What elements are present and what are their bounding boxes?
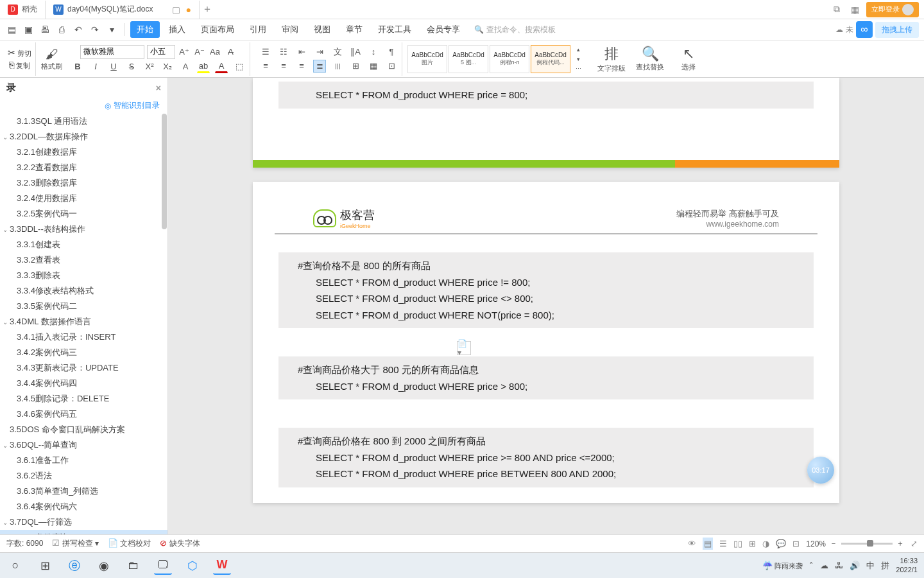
grow-font-icon[interactable]: A⁺ bbox=[178, 46, 191, 58]
align-justify-icon[interactable]: ≣ bbox=[313, 60, 326, 73]
toc-item[interactable]: ⌄3.7DQL—行筛选 bbox=[0, 514, 167, 530]
numbering-icon[interactable]: ☷ bbox=[277, 46, 290, 58]
redo-icon[interactable]: ↷ bbox=[89, 23, 101, 36]
tab-add-button[interactable]: ＋ bbox=[200, 3, 215, 16]
app-icon[interactable]: ⬡ bbox=[184, 557, 201, 575]
align-center-icon[interactable]: ≡ bbox=[277, 60, 290, 73]
tab-daoke[interactable]: D 稻壳 bbox=[0, 1, 46, 19]
new-icon[interactable]: ▤ bbox=[5, 23, 18, 36]
font-name-input[interactable] bbox=[80, 45, 144, 59]
select-button[interactable]: ↖ 选择 bbox=[672, 46, 705, 72]
print-icon[interactable]: 🖶 bbox=[38, 23, 51, 36]
toc-item[interactable]: 3.1.3SQL 通用语法 bbox=[0, 114, 167, 129]
find-replace-button[interactable]: 🔍 查找替换 bbox=[633, 46, 667, 72]
explorer-icon[interactable]: 🗀 bbox=[124, 557, 142, 575]
toc-item[interactable]: 3.4.5删除记录：DELETE bbox=[0, 391, 167, 407]
missing-font-button[interactable]: ⊘ 缺失字体 bbox=[160, 538, 200, 549]
page-view-icon[interactable]: ▤ bbox=[703, 538, 713, 550]
zoom-value[interactable]: 120% bbox=[806, 539, 826, 548]
toc-item[interactable]: 3.4.3更新表记录：UPDATE bbox=[0, 360, 167, 376]
command-search[interactable]: 🔍 查找命令、搜索模板 bbox=[474, 24, 556, 35]
undo-icon[interactable]: ↶ bbox=[72, 23, 85, 36]
indent-inc-icon[interactable]: ⇥ bbox=[313, 46, 326, 58]
char-border-icon[interactable]: ⬚ bbox=[233, 60, 246, 73]
superscript-icon[interactable]: X² bbox=[143, 60, 156, 73]
strike-icon[interactable]: S̶ bbox=[125, 60, 138, 73]
bullets-icon[interactable]: ☰ bbox=[259, 46, 272, 58]
toc-item[interactable]: 3.3.4修改表结构格式 bbox=[0, 283, 167, 299]
network-icon[interactable]: 🖧 bbox=[835, 561, 843, 570]
line-spacing-icon[interactable]: ‖A bbox=[349, 46, 362, 58]
paste-options-button[interactable]: 📄▾ bbox=[457, 341, 471, 355]
focus-icon[interactable]: ◑ bbox=[762, 539, 769, 548]
zoom-out-button[interactable]: － bbox=[830, 538, 837, 549]
italic-icon[interactable]: I bbox=[89, 60, 102, 73]
distribute-icon[interactable]: ⫼ bbox=[331, 60, 344, 73]
toc-item[interactable]: 3.2.2查看数据库 bbox=[0, 160, 167, 175]
spellcheck-button[interactable]: ☑ 拼写检查 ▾ bbox=[52, 538, 99, 549]
sidebar-close-icon[interactable]: × bbox=[156, 83, 161, 93]
chrome-icon[interactable]: ◉ bbox=[95, 557, 113, 575]
menu-insert[interactable]: 插入 bbox=[162, 21, 192, 38]
menu-review[interactable]: 审阅 bbox=[275, 21, 305, 38]
eye-icon[interactable]: 👁 bbox=[688, 539, 696, 548]
shading-icon[interactable]: ▦ bbox=[367, 60, 380, 73]
show-marks-icon[interactable]: ¶ bbox=[385, 46, 398, 58]
wordcount[interactable]: 字数: 6090 bbox=[6, 538, 43, 549]
align-right-icon[interactable]: ≡ bbox=[295, 60, 308, 73]
sync-icon[interactable]: ☁ bbox=[835, 25, 843, 34]
onedrive-icon[interactable]: ☁ bbox=[820, 561, 828, 570]
toc-item[interactable]: 3.2.5案例代码一 bbox=[0, 206, 167, 222]
volume-icon[interactable]: 🔊 bbox=[850, 561, 860, 570]
comment-icon[interactable]: 💬 bbox=[776, 539, 786, 548]
grid-apps-icon[interactable]: ▦ bbox=[848, 3, 861, 16]
copy-button[interactable]: ⎘ 复制 bbox=[9, 60, 30, 71]
toc-item[interactable]: 3.3.3删除表 bbox=[0, 268, 167, 283]
style-more-icon[interactable]: ⋯ bbox=[572, 64, 585, 73]
case-icon[interactable]: Aa bbox=[209, 46, 221, 58]
bold-icon[interactable]: B bbox=[71, 60, 84, 73]
toc-item[interactable]: ⌄3.4DML 数据操作语言 bbox=[0, 314, 167, 329]
menu-chapter[interactable]: 章节 bbox=[339, 21, 369, 38]
upload-button[interactable]: 拖拽上传 bbox=[875, 22, 919, 38]
open-icon[interactable]: ▣ bbox=[22, 23, 35, 36]
toc-item[interactable]: ⌄3.6DQL--简单查询 bbox=[0, 437, 167, 453]
start-button[interactable]: ○ bbox=[6, 557, 24, 575]
timer-badge[interactable]: 03:17 bbox=[807, 457, 834, 484]
toc-item[interactable]: 3.4.4案例代码四 bbox=[0, 376, 167, 391]
edge-icon[interactable]: ⓔ bbox=[65, 557, 83, 575]
toc-item[interactable]: 3.6.4案例代码六 bbox=[0, 499, 167, 514]
toc-item[interactable]: 3.4.1插入表记录：INSERT bbox=[0, 329, 167, 345]
scrollbar-thumb[interactable] bbox=[162, 114, 167, 229]
menu-reference[interactable]: 引用 bbox=[243, 21, 273, 38]
tray-chevron-icon[interactable]: ˄ bbox=[809, 561, 814, 570]
style-pic[interactable]: AaBbCcDd图片 bbox=[407, 45, 447, 73]
toc-item[interactable]: 3.2.1创建数据库 bbox=[0, 144, 167, 160]
wps-icon[interactable]: W bbox=[213, 557, 231, 575]
web-view-icon[interactable]: ⊞ bbox=[749, 539, 756, 548]
underline-icon[interactable]: U bbox=[107, 60, 120, 73]
align-left-icon[interactable]: ≡ bbox=[259, 60, 272, 73]
toc-item[interactable]: ⌄3.2DDL—数据库操作 bbox=[0, 129, 167, 144]
highlight-icon[interactable]: ab bbox=[197, 60, 210, 73]
clock[interactable]: 16:33 2022/1 bbox=[896, 557, 918, 574]
ruler-icon[interactable]: ⊡ bbox=[792, 539, 800, 548]
weather[interactable]: ☔ 阵雨来袭 bbox=[762, 561, 803, 571]
toc-item[interactable]: 3.7.1条件查询 bbox=[0, 530, 167, 534]
toc-item[interactable]: 3.3.5案例代码二 bbox=[0, 299, 167, 314]
shrink-font-icon[interactable]: A⁻ bbox=[193, 46, 206, 58]
toc-item[interactable]: 3.4.6案例代码五 bbox=[0, 407, 167, 422]
doccheck-button[interactable]: 📄 文档校对 bbox=[108, 538, 151, 549]
toc-item[interactable]: 3.6.1准备工作 bbox=[0, 453, 167, 468]
text-dir-icon[interactable]: 文 bbox=[331, 46, 344, 58]
smart-toc-button[interactable]: ◎ 智能识别目录 bbox=[0, 98, 167, 114]
ime-mode-icon[interactable]: 拼 bbox=[881, 560, 889, 572]
menu-view[interactable]: 视图 bbox=[307, 21, 337, 38]
style-next-icon[interactable]: ▾ bbox=[572, 55, 585, 64]
toc-item[interactable]: 3.6.2语法 bbox=[0, 468, 167, 484]
style-sample-code[interactable]: AaBbCcDd例程代码... bbox=[531, 45, 570, 73]
task-view-icon[interactable]: ⊞ bbox=[36, 557, 54, 575]
outline-view-icon[interactable]: ☰ bbox=[719, 539, 727, 548]
menu-start[interactable]: 开始 bbox=[130, 21, 160, 38]
sort-icon[interactable]: ↕ bbox=[367, 46, 380, 58]
